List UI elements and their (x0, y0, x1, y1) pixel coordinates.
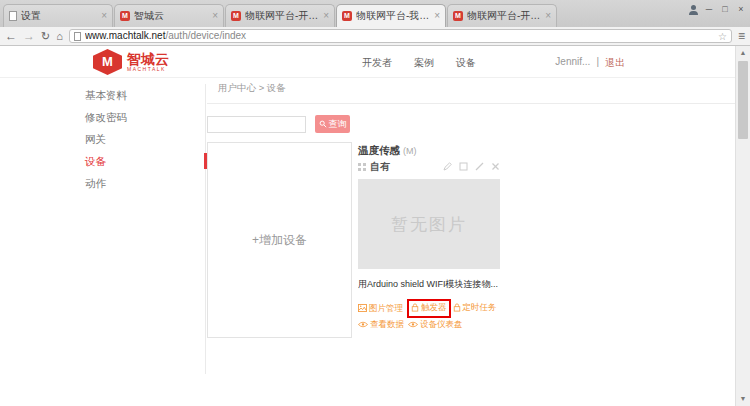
page-content: M 智城云 MACHTALK 开发者 案例 设备 Jennif... | 退出 … (0, 47, 750, 406)
close-icon[interactable]: × (545, 11, 551, 21)
link-label: 定时任务 (463, 301, 497, 314)
tab-title: 物联网平台-开发者-注册… (245, 9, 319, 23)
link-scheduled-task[interactable]: 定时任务 (453, 301, 497, 314)
link-trigger[interactable]: 触发器 (411, 301, 447, 314)
url-domain: www.machtalk.net (85, 30, 166, 41)
device-title-suffix: (M) (403, 146, 417, 156)
device-cards: +增加设备 温度传感 (M) 自有 (207, 142, 735, 342)
main-area: 用户中心 > 设备 查询 +增加设备 温度传感 (M) (207, 81, 735, 342)
search-row: 查询 (207, 115, 735, 133)
tab-developer-register[interactable]: M 物联网平台-开发者-注册… × (225, 4, 335, 27)
ownership-label: 自有 (370, 160, 439, 174)
tab-title: 物联网平台-开发者-注册… (467, 9, 541, 23)
link-device-dashboard[interactable]: 设备仪表盘 (408, 318, 463, 331)
machtalk-logo[interactable]: M 智城云 MACHTALK (93, 49, 169, 75)
slash-edit-icon[interactable] (475, 162, 484, 171)
address-bar[interactable]: www.machtalk.net/auth/device/index ☆ (69, 29, 732, 43)
device-links-row1: 图片管理 触发器 定时任务 查看数据 (358, 299, 500, 332)
tab-title: 物联网平台-我的设备 (356, 9, 430, 23)
page-icon (74, 32, 81, 41)
device-ownership-row: 自有 (358, 158, 500, 175)
close-icon[interactable]: × (323, 11, 329, 21)
nav-devices[interactable]: 设备 (456, 56, 476, 70)
close-icon[interactable]: × (101, 11, 107, 21)
sidebar-item-gateway[interactable]: 网关 (85, 128, 205, 150)
device-title-row: 温度传感 (M) (358, 142, 500, 158)
sidebar-item-change-password[interactable]: 修改密码 (85, 106, 205, 128)
page-scrollbar[interactable]: ▲ ▼ (735, 46, 750, 406)
close-icon[interactable] (491, 162, 500, 171)
sidebar-item-basic-info[interactable]: 基本资料 (85, 84, 205, 106)
minimize-button[interactable]: ─ (702, 3, 716, 16)
machtalk-m-icon: M (453, 11, 463, 21)
device-title: 温度传感 (358, 144, 400, 156)
tab-settings[interactable]: 设置 × (3, 4, 113, 27)
search-button-label: 查询 (329, 118, 347, 131)
page-icon (9, 11, 17, 21)
machtalk-m-icon: M (120, 11, 130, 21)
browser-window: 设置 × M 智城云 × M 物联网平台-开发者-注册… × M 物联网平台-我… (0, 0, 750, 406)
bookmark-star-icon[interactable]: ☆ (718, 31, 727, 42)
device-card: 温度传感 (M) 自有 暂无图片 (358, 142, 500, 342)
no-image-text: 暂无图片 (391, 213, 467, 236)
site-header: M 智城云 MACHTALK 开发者 案例 设备 Jennif... | 退出 (0, 47, 735, 78)
add-device-label: +增加设备 (252, 232, 307, 249)
user-name[interactable]: Jennif... (555, 56, 590, 70)
lock-icon (411, 303, 419, 312)
nav-developer[interactable]: 开发者 (362, 56, 392, 70)
link-label: 触发器 (421, 301, 447, 314)
link-image-manage[interactable]: 图片管理 (358, 302, 403, 315)
reload-icon[interactable]: ↻ (41, 28, 50, 44)
machtalk-m-icon: M (342, 11, 352, 21)
lock-icon (453, 303, 461, 312)
pencil-icon[interactable] (443, 162, 452, 171)
browser-toolbar: ← → ↻ ⌂ www.machtalk.net/auth/device/ind… (0, 27, 750, 46)
tab-developer-register-2[interactable]: M 物联网平台-开发者-注册… × (447, 4, 557, 27)
tab-machtalk-home[interactable]: M 智城云 × (114, 4, 224, 27)
avatar-head (691, 5, 696, 10)
scroll-up-icon[interactable]: ▲ (736, 46, 750, 60)
grid-icon (358, 163, 366, 171)
home-icon[interactable]: ⌂ (56, 28, 63, 44)
sidebar-item-devices[interactable]: 设备 (85, 150, 205, 172)
image-icon (358, 304, 367, 312)
tab-my-devices-active[interactable]: M 物联网平台-我的设备 × (336, 4, 446, 27)
logout-link[interactable]: 退出 (605, 56, 625, 70)
maximize-button[interactable]: □ (718, 3, 732, 16)
annotation-highlight: 触发器 (407, 299, 451, 318)
url-text[interactable]: www.machtalk.net/auth/device/index (85, 30, 714, 42)
tab-title: 设置 (21, 9, 97, 23)
back-icon[interactable]: ← (5, 28, 17, 44)
close-icon[interactable]: × (434, 11, 440, 21)
forward-icon[interactable]: → (23, 28, 35, 44)
avatar-body (689, 11, 698, 15)
top-navigation: 开发者 案例 设备 (362, 56, 476, 70)
search-input[interactable] (207, 116, 306, 133)
square-icon[interactable] (459, 162, 468, 171)
link-label: 设备仪表盘 (420, 318, 463, 331)
eye-icon (358, 321, 368, 328)
search-icon (319, 120, 327, 128)
add-device-card[interactable]: +增加设备 (207, 142, 352, 338)
sidebar: 基本资料 修改密码 网关 设备 动作 (85, 84, 206, 374)
scroll-down-icon[interactable]: ▼ (736, 392, 750, 406)
nav-cases[interactable]: 案例 (414, 56, 434, 70)
close-window-button[interactable]: × (734, 3, 748, 16)
breadcrumb-divider (207, 103, 735, 104)
profile-avatar-icon[interactable] (687, 3, 700, 16)
url-path: /auth/device/index (165, 30, 246, 41)
link-label: 图片管理 (369, 302, 403, 315)
menu-icon[interactable]: ≡ (738, 29, 745, 43)
device-action-icons (443, 162, 500, 171)
link-label: 查看数据 (370, 318, 404, 331)
tab-title: 智城云 (134, 9, 208, 23)
machtalk-m-icon: M (231, 11, 241, 21)
search-button[interactable]: 查询 (315, 115, 350, 133)
breadcrumb[interactable]: 用户中心 > 设备 (207, 81, 735, 95)
link-view-data[interactable]: 查看数据 (358, 318, 404, 331)
sidebar-item-actions[interactable]: 动作 (85, 172, 205, 194)
scrollbar-thumb[interactable] (738, 61, 748, 139)
user-divider: | (596, 56, 599, 70)
window-controls: ─ □ × (687, 3, 748, 16)
close-icon[interactable]: × (212, 11, 218, 21)
